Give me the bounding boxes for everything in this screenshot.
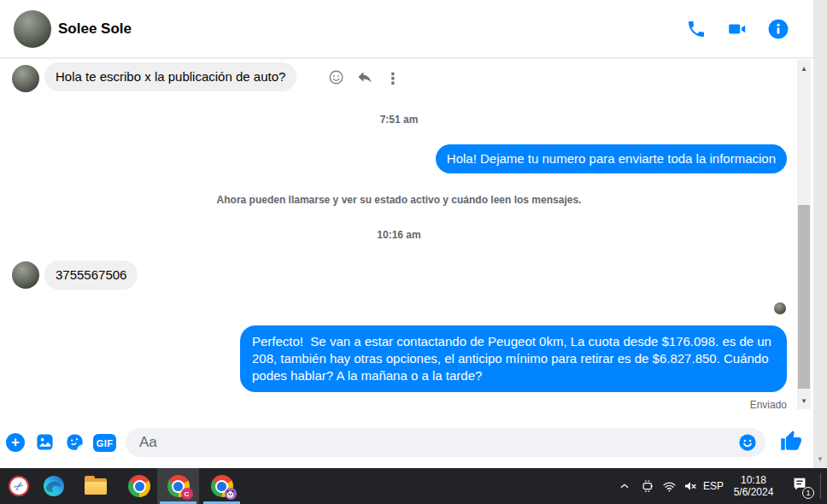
taskbar-chrome[interactable] xyxy=(120,468,158,504)
messenger-chat-window: Solee Sole Hola te escribo x la publicac… xyxy=(0,0,813,468)
incoming-message: Hola te escribo x la publicación de auto… xyxy=(44,62,296,91)
more-options-icon[interactable]: ⋮ xyxy=(385,69,401,88)
info-icon[interactable] xyxy=(767,18,789,40)
photo-button[interactable] xyxy=(35,432,55,452)
notification-badge: 1 xyxy=(802,487,814,499)
plus-icon: + xyxy=(6,433,25,452)
emoji-picker-icon[interactable] xyxy=(738,433,757,452)
sticker-button[interactable] xyxy=(65,432,85,452)
panda-profile-badge xyxy=(225,488,237,500)
timestamp: 7:51 am xyxy=(0,114,798,126)
message-input-placeholder: Aa xyxy=(139,434,738,451)
gif-icon: GIF xyxy=(93,434,116,452)
message-input[interactable]: Aa xyxy=(126,428,765,457)
file-explorer-icon xyxy=(85,478,107,495)
scrollbar-thumb[interactable] xyxy=(798,205,810,389)
page-scrollbar[interactable]: ▼ xyxy=(813,0,827,468)
message-avatar xyxy=(12,261,39,289)
tray-show-hidden-icons[interactable] xyxy=(615,468,634,504)
outgoing-message: Hola! Dejame tu numero para enviarte tod… xyxy=(436,144,787,173)
incoming-message: 3755567506 xyxy=(44,261,138,290)
chrome-icon: C xyxy=(167,475,190,497)
photo-icon xyxy=(35,432,55,452)
reply-icon[interactable] xyxy=(356,68,373,89)
scroll-up-icon[interactable]: ▲ xyxy=(797,62,811,74)
taskbar-edge[interactable] xyxy=(36,468,72,504)
wifi-icon xyxy=(662,479,677,494)
attach-plus-button[interactable]: + xyxy=(6,433,25,452)
tray-notifications[interactable]: 1 xyxy=(784,468,815,504)
windows-taskbar: ✂ C xyxy=(0,468,827,504)
scroll-down-icon[interactable]: ▼ xyxy=(797,395,811,407)
gif-button[interactable]: GIF xyxy=(93,434,116,452)
screen: Solee Sole Hola te escribo x la publicac… xyxy=(0,0,827,504)
tray-wifi[interactable] xyxy=(659,468,679,504)
notification-icon: 1 xyxy=(790,475,809,497)
seen-indicator-avatar xyxy=(774,302,786,314)
taskbar-chrome-profile-2[interactable] xyxy=(201,468,243,504)
contact-name[interactable]: Solee Sole xyxy=(58,0,132,58)
chat-header: Solee Sole xyxy=(0,0,813,58)
tray-clock[interactable]: 10:18 5/6/2024 xyxy=(726,468,781,504)
thumbs-up-icon xyxy=(779,430,802,453)
edge-icon xyxy=(43,475,65,497)
system-message: Ahora pueden llamarse y ver su estado ac… xyxy=(0,194,798,206)
chrome-icon xyxy=(128,475,150,497)
tray-volume-muted[interactable] xyxy=(679,468,701,504)
sticker-icon xyxy=(65,432,85,452)
show-desktop-divider[interactable] xyxy=(820,473,821,499)
taskbar-chrome-profile-1[interactable]: C xyxy=(157,468,199,504)
video-call-icon[interactable] xyxy=(726,18,748,40)
tray-display-device[interactable] xyxy=(637,468,658,504)
chevron-up-icon xyxy=(619,480,631,492)
speaker-mute-icon xyxy=(683,478,698,494)
clock-date: 5/6/2024 xyxy=(734,486,774,498)
device-icon xyxy=(641,479,655,494)
sent-status: Enviado xyxy=(750,399,787,411)
taskbar-file-explorer[interactable] xyxy=(78,468,114,504)
chat-scrollbar[interactable]: ▲ ▼ xyxy=(797,60,811,409)
page-scroll-down-icon[interactable]: ▼ xyxy=(813,453,827,465)
contact-avatar[interactable] xyxy=(14,10,51,48)
profile-badge: C xyxy=(181,488,193,500)
header-actions xyxy=(685,0,789,58)
timestamp: 10:16 am xyxy=(0,229,798,241)
clock-time: 10:18 xyxy=(741,474,766,486)
language-label: ESP xyxy=(703,480,724,492)
message-avatar xyxy=(12,65,39,92)
outgoing-message: Perfecto! Se van a estar contactando de … xyxy=(240,325,787,392)
chrome-icon xyxy=(211,475,233,497)
react-emoji-icon[interactable] xyxy=(328,69,344,89)
message-hover-actions: ⋮ xyxy=(328,68,401,89)
tray-language[interactable]: ESP xyxy=(701,468,726,504)
like-button[interactable] xyxy=(779,430,802,453)
taskbar-snipping-tool[interactable]: ✂ xyxy=(2,468,36,504)
snipping-tool-icon: ✂ xyxy=(9,476,29,496)
phone-call-icon[interactable] xyxy=(685,18,707,40)
